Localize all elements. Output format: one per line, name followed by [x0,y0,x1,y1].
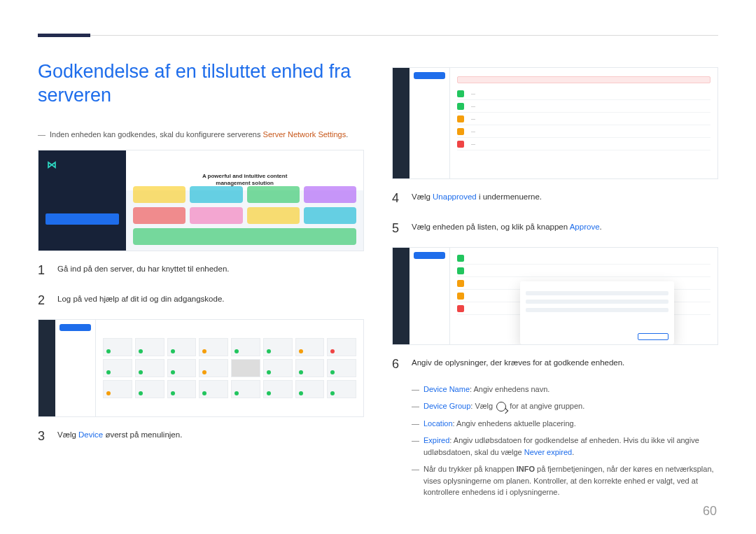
dash-icon: ― [412,435,419,458]
hero-line1: A powerful and intuitive content [126,173,363,180]
device-grid [96,320,363,416]
dash-icon: ― [412,400,419,412]
step-3: 3 Vælg Device øverst på menulinjen. [38,426,364,447]
text: Når du trykker på knappen [424,465,517,473]
text: . [600,223,602,231]
step-2: 2 Log på ved hjælp af dit id og din adga… [38,290,364,311]
step-text: Vælg Device øverst på menulinjen. [57,426,364,447]
login-hero-text: A powerful and intuitive content managem… [126,173,363,186]
step-text: Gå ind på den server, du har knyttet til… [57,260,364,281]
alert-banner [457,76,710,83]
list-main-2 [450,248,718,344]
step-number: 3 [38,426,48,447]
text: i undermenuerne. [477,192,542,201]
bullet-location: ― Location: Angiv enhedens aktuelle plac… [412,418,718,430]
text: øverst på menulinjen. [103,430,182,439]
page-number: 60 [703,504,717,519]
step-number: 1 [38,260,48,281]
screenshot-approve-dialog [392,247,718,345]
left-column: Godkendelse af en tilsluttet enhed fra s… [38,60,364,506]
text: Vælg [412,192,433,201]
approve-modal [520,281,674,344]
step-number: 4 [392,188,402,209]
unapproved-link: Unapproved [433,192,477,201]
label: Device Name [424,385,470,393]
screenshot-unapproved-list: — — — — — [392,67,718,179]
sub-nav [410,68,450,178]
text: : Angiv enhedens aktuelle placering. [453,419,576,428]
bullet-text: Expired: Angiv udløbsdatoen for godkende… [424,435,718,458]
label: Device Group [424,402,470,410]
nav-chip-selected [59,324,91,331]
bullet-device-group: ― Device Group: Vælg for at angive grupp… [412,400,718,412]
screenshot-device-grid [38,319,364,417]
login-button [46,213,119,225]
text: . [572,448,574,456]
login-sidebar: ⋈ [38,150,126,251]
bullet-device-name: ― Device Name: Angiv enhedens navn. [412,384,718,395]
page-body: Godkendelse af en tilsluttet enhed fra s… [38,60,718,506]
login-main: A powerful and intuitive content managem… [126,150,363,251]
bullet-text: Device Group: Vælg for at angive gruppen… [424,400,584,412]
sub-nav [55,320,96,416]
step-number: 2 [38,290,48,311]
dash-icon: ― [412,418,419,430]
bullet-text: Location: Angiv enhedens aktuelle placer… [424,418,576,430]
header-rule [38,35,718,36]
text: for at angive gruppen. [507,402,584,410]
step-text: Vælg enheden på listen, og klik på knapp… [412,218,718,239]
bullet-info: ― Når du trykker på knappen INFO på fjer… [412,463,718,498]
list-main: — — — — — [450,68,718,178]
step-number: 6 [392,353,402,375]
intro-text: Inden enheden kan godkendes, skal du kon… [50,129,348,141]
dash-icon: ― [412,384,419,395]
text: : Vælg [470,402,495,410]
detail-bullets: ― Device Name: Angiv enhedens navn. ― De… [412,384,718,498]
screenshot-login: ⋈ A powerful and intuitive content manag… [38,150,364,251]
nav-rail [393,248,410,344]
info-button-label: INFO [517,465,535,473]
text: : Angiv enhedens navn. [470,385,550,393]
step-6: 6 Angiv de oplysninger, der kræves for a… [392,353,718,375]
logo-icon: ⋈ [47,159,126,170]
dash-icon: ― [412,463,419,498]
server-settings-link: Server Network Settings [263,130,346,139]
text: Vælg enheden på listen, og klik på knapp… [412,223,570,231]
sub-nav [410,248,450,344]
right-column: — — — — — 4 Vælg Unapproved i undermenue… [392,60,718,506]
hero-line2: management solution [126,180,363,187]
dash-icon: ― [38,129,46,141]
approve-link: Approve [570,223,600,231]
step-text: Log på ved hjælp af dit id og din adgang… [57,290,364,311]
intro-suffix: . [346,130,348,139]
nav-rail [38,320,55,416]
bullet-text: Device Name: Angiv enhedens navn. [424,384,550,395]
step-5: 5 Vælg enheden på listen, og klik på kna… [392,218,718,239]
step-number: 5 [392,218,402,239]
step-4: 4 Vælg Unapproved i undermenuerne. [392,188,718,209]
label: Location [424,419,453,428]
bullet-text: Når du trykker på knappen INFO på fjernb… [424,463,718,498]
modal-ok-button [638,333,668,340]
page-title: Godkendelse af en tilsluttet enhed fra s… [38,60,364,108]
step-1: 1 Gå ind på den server, du har knyttet t… [38,260,364,281]
text: Vælg [57,430,78,439]
bullet-expired: ― Expired: Angiv udløbsdatoen for godken… [412,435,718,458]
search-icon [496,402,506,412]
device-link: Device [78,430,103,439]
intro-note: ― Inden enheden kan godkendes, skal du k… [38,129,364,141]
hero-cards [133,186,356,245]
label: Expired [424,436,449,444]
step-text: Vælg Unapproved i undermenuerne. [412,188,718,209]
never-expired-link: Never expired [524,448,572,456]
step-text: Angiv de oplysninger, der kræves for at … [412,353,718,375]
nav-rail [393,68,410,178]
header-accent [38,34,90,37]
intro-prefix: Inden enheden kan godkendes, skal du kon… [50,130,263,139]
